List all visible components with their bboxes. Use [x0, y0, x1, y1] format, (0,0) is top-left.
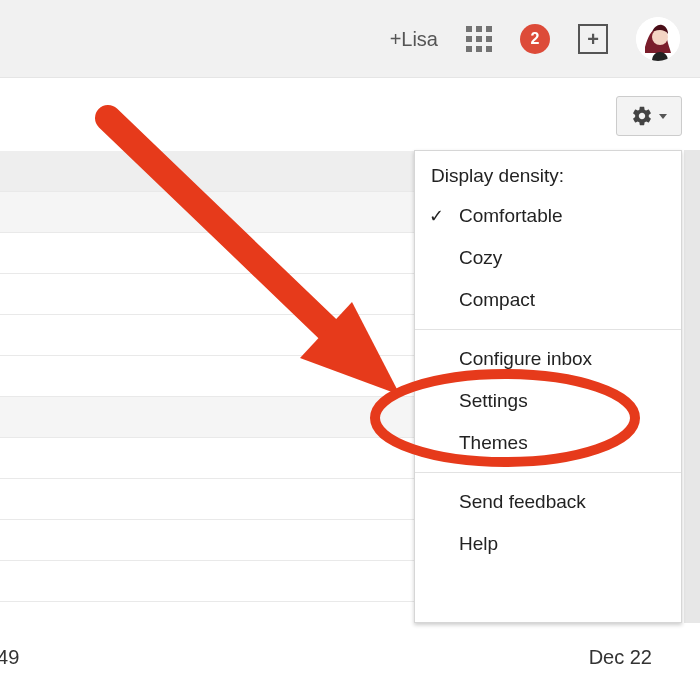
gear-icon	[631, 105, 653, 127]
menu-item-label: Compact	[459, 289, 535, 310]
menu-item-label: Help	[459, 533, 498, 554]
google-plus-name[interactable]: +Lisa	[390, 28, 438, 51]
menu-item-label: Cozy	[459, 247, 502, 268]
google-top-bar: +Lisa 2 +	[0, 0, 700, 78]
apps-grid-icon[interactable]	[466, 26, 492, 52]
menu-item-label: Themes	[459, 432, 528, 453]
menu-item-label: Comfortable	[459, 205, 563, 226]
menu-item-label: Configure inbox	[459, 348, 592, 369]
mail-price-snippet: $49	[0, 646, 19, 669]
notifications-badge[interactable]: 2	[520, 24, 550, 54]
density-option-compact[interactable]: Compact	[415, 279, 681, 321]
density-option-comfortable[interactable]: ✓ Comfortable	[415, 195, 681, 237]
mail-row-last[interactable]: $49 Dec 22	[0, 635, 682, 679]
menu-divider	[415, 472, 681, 473]
mail-date: Dec 22	[589, 646, 652, 669]
menu-item-label: Settings	[459, 390, 528, 411]
menu-item-label: Send feedback	[459, 491, 586, 512]
menu-item-help[interactable]: Help	[415, 523, 681, 565]
right-sidebar-strip	[684, 150, 700, 623]
caret-down-icon	[659, 114, 667, 119]
settings-dropdown-menu: Display density: ✓ Comfortable Cozy Comp…	[414, 150, 682, 623]
display-density-title: Display density:	[415, 151, 681, 195]
menu-item-send-feedback[interactable]: Send feedback	[415, 481, 681, 523]
menu-item-configure-inbox[interactable]: Configure inbox	[415, 338, 681, 380]
menu-item-themes[interactable]: Themes	[415, 422, 681, 464]
check-icon: ✓	[429, 205, 444, 227]
avatar[interactable]	[636, 17, 680, 61]
share-button[interactable]: +	[578, 24, 608, 54]
menu-divider	[415, 329, 681, 330]
menu-item-settings[interactable]: Settings	[415, 380, 681, 422]
density-option-cozy[interactable]: Cozy	[415, 237, 681, 279]
settings-gear-button[interactable]	[616, 96, 682, 136]
